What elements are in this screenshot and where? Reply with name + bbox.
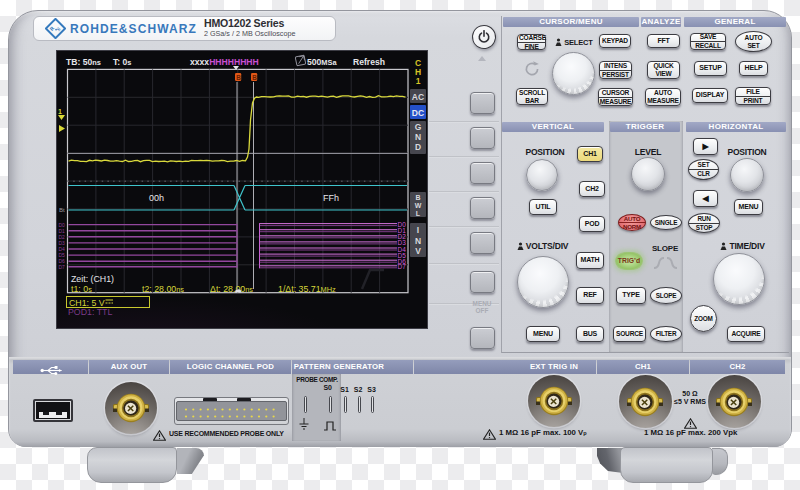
svg-text:DC: DC — [412, 108, 424, 118]
svg-text:B: B — [236, 74, 241, 81]
svg-text:D5: D5 — [59, 252, 66, 258]
svg-text:D7: D7 — [59, 264, 66, 270]
svg-text:D2: D2 — [59, 234, 66, 240]
svg-text:B: B — [252, 74, 257, 81]
svg-text:T: 0s: T: 0s — [113, 57, 131, 67]
svg-text:1/Δt: 35.71MHz: 1/Δt: 35.71MHz — [278, 284, 336, 294]
svg-text:N: N — [415, 236, 421, 246]
svg-text:B: B — [415, 194, 420, 201]
svg-text:W: W — [415, 202, 422, 209]
svg-text:AC: AC — [412, 92, 424, 102]
svg-text:Zeit: (CH1): Zeit: (CH1) — [71, 274, 114, 284]
svg-text:TB: 50ns: TB: 50ns — [66, 57, 101, 67]
svg-text:xxxxHHHHHHHH: xxxxHHHHHHHH — [190, 57, 259, 67]
svg-text:Bt: Bt — [59, 207, 65, 213]
svg-text:1: 1 — [416, 76, 421, 86]
svg-text:D7: D7 — [398, 263, 407, 270]
svg-text:D0: D0 — [59, 222, 66, 228]
svg-text:N: N — [415, 132, 421, 142]
svg-text:1: 1 — [58, 108, 62, 115]
svg-text:L: L — [416, 210, 421, 217]
svg-text:Refresh: Refresh — [353, 57, 385, 67]
svg-text:D3: D3 — [59, 240, 66, 246]
svg-text:I: I — [417, 225, 419, 235]
svg-text:G: G — [415, 122, 422, 132]
svg-text:POD1: TTL: POD1: TTL — [68, 307, 112, 317]
svg-text:t1: 0s: t1: 0s — [71, 284, 92, 294]
svg-text:500MSa: 500MSa — [307, 57, 337, 67]
svg-text:00h: 00h — [149, 193, 164, 203]
svg-text:t2: 28.00ns: t2: 28.00ns — [142, 284, 184, 294]
svg-text:V: V — [415, 246, 421, 256]
svg-text:D: D — [415, 142, 421, 152]
svg-text:FFh: FFh — [323, 193, 339, 203]
svg-text:D1: D1 — [59, 228, 66, 234]
svg-text:Δt: 28.00ns: Δt: 28.00ns — [210, 284, 253, 294]
svg-text:D4: D4 — [59, 246, 66, 252]
